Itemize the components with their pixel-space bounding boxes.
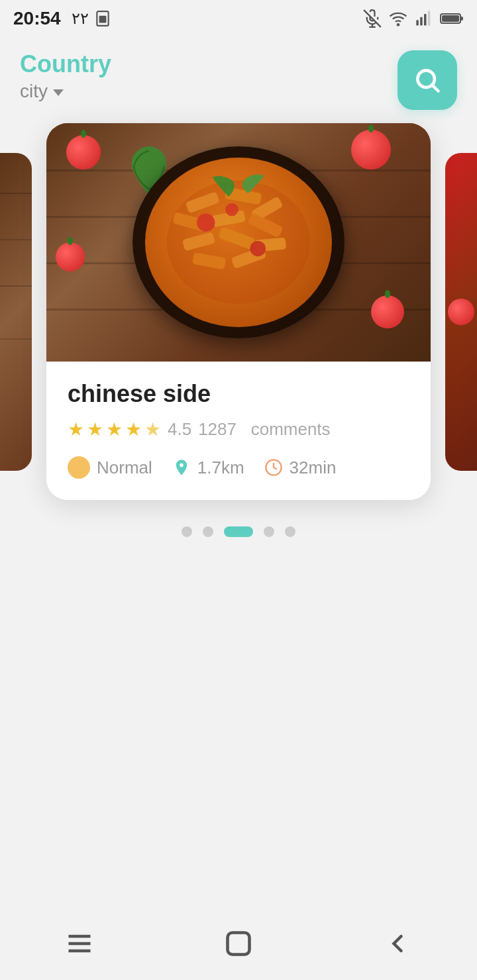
menu-icon xyxy=(65,929,94,958)
svg-rect-7 xyxy=(420,17,423,26)
rating-row: ★ ★ ★ ★ ★ 4.5 1287 comments xyxy=(68,418,409,440)
pasta-bowl xyxy=(132,146,344,338)
search-button[interactable] xyxy=(398,50,457,110)
distance-label: 1.7km xyxy=(197,458,244,478)
status-time: 20:54 xyxy=(13,8,61,29)
star-2: ★ xyxy=(87,418,103,440)
dot-2[interactable] xyxy=(203,526,213,537)
price-label: Normal xyxy=(97,458,152,478)
distance-detail: 1.7km xyxy=(172,458,244,478)
side-card-right xyxy=(445,153,477,471)
back-button[interactable] xyxy=(378,924,417,963)
comments-count: 1287 comments xyxy=(198,419,330,440)
tomato-decoration xyxy=(66,135,101,170)
bottom-nav xyxy=(0,914,477,980)
status-arabic: ٢٢ xyxy=(72,9,89,28)
status-bar: 20:54 ٢٢ xyxy=(0,0,477,37)
header: Country city xyxy=(0,37,477,117)
svg-rect-34 xyxy=(228,933,250,955)
svg-point-29 xyxy=(167,181,310,304)
battery-icon xyxy=(440,9,464,28)
sim-icon xyxy=(94,10,111,27)
city-row[interactable]: city xyxy=(20,81,111,102)
card-info: chinese side ★ ★ ★ ★ ★ 4.5 1287 comments xyxy=(46,362,431,500)
svg-rect-8 xyxy=(424,14,427,26)
location-icon xyxy=(172,458,191,477)
svg-rect-12 xyxy=(460,17,463,21)
time-detail: 32min xyxy=(264,458,337,478)
signal-icon xyxy=(415,9,433,28)
star-4: ★ xyxy=(125,418,142,440)
dot-3-active[interactable] xyxy=(224,526,253,537)
svg-rect-9 xyxy=(428,11,431,25)
main-card[interactable]: chinese side ★ ★ ★ ★ ★ 4.5 1287 comments xyxy=(46,123,431,500)
dot-5[interactable] xyxy=(285,526,295,537)
tomato-decoration xyxy=(351,130,391,170)
search-icon xyxy=(413,66,442,95)
svg-rect-1 xyxy=(99,16,106,23)
svg-line-14 xyxy=(433,86,439,91)
rating-value: 4.5 xyxy=(168,419,191,440)
star-5: ★ xyxy=(144,418,161,440)
mute-icon xyxy=(363,9,382,28)
menu-button[interactable] xyxy=(60,924,99,963)
home-icon xyxy=(224,929,253,958)
status-icons xyxy=(363,9,464,28)
location-city: city xyxy=(20,81,48,102)
price-dot-icon xyxy=(68,456,90,479)
price-detail: Normal xyxy=(68,456,152,479)
restaurant-name: chinese side xyxy=(68,380,409,408)
location-country: Country xyxy=(20,50,111,78)
back-icon xyxy=(383,929,412,958)
time-label: 32min xyxy=(290,458,337,478)
dot-1[interactable] xyxy=(182,526,192,537)
chevron-down-icon xyxy=(53,89,64,96)
tomato-decoration xyxy=(56,242,85,271)
clock-icon xyxy=(264,458,283,477)
svg-rect-11 xyxy=(442,15,459,22)
svg-point-5 xyxy=(398,24,399,25)
wifi-icon xyxy=(388,9,408,28)
pagination xyxy=(0,526,477,537)
star-1: ★ xyxy=(68,418,84,440)
tomato-decoration xyxy=(371,295,404,328)
card-image xyxy=(46,123,431,362)
carousel: chinese side ★ ★ ★ ★ ★ 4.5 1287 comments xyxy=(0,117,477,507)
dot-4[interactable] xyxy=(264,526,274,537)
svg-rect-6 xyxy=(416,20,419,25)
star-3: ★ xyxy=(106,418,123,440)
location-section: Country city xyxy=(20,50,111,102)
home-button[interactable] xyxy=(219,924,258,963)
details-row: Normal 1.7km xyxy=(68,456,409,479)
stars: ★ ★ ★ ★ ★ xyxy=(68,418,161,440)
side-card-left xyxy=(0,153,32,471)
